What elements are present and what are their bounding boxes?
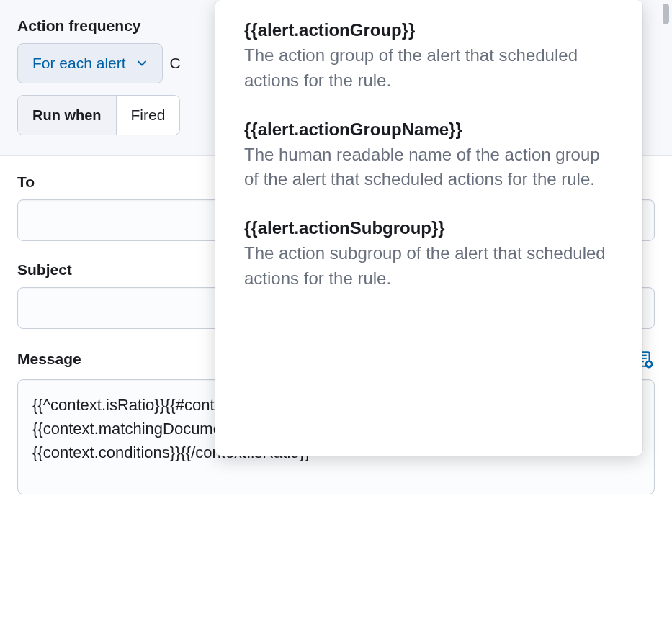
truncated-char: C — [170, 55, 181, 72]
variables-popover: {{alert.actionGroup}} The action group o… — [215, 0, 642, 456]
scrollbar-thumb[interactable] — [663, 4, 669, 24]
chevron-down-icon — [136, 58, 148, 69]
run-when-value: Fired — [117, 96, 180, 135]
variable-item[interactable]: {{alert.actionGroupName}} The human read… — [244, 119, 614, 193]
run-when-select[interactable]: Run when Fired — [17, 95, 180, 135]
variable-item[interactable]: {{alert.actionGroup}} The action group o… — [244, 20, 614, 94]
variable-description: The action group of the alert that sched… — [244, 43, 614, 94]
message-label: Message — [17, 351, 81, 368]
variable-item[interactable]: {{alert.actionSubgroup}} The action subg… — [244, 218, 614, 291]
for-each-alert-select[interactable]: For each alert — [17, 43, 163, 83]
variable-name: {{alert.actionGroupName}} — [244, 119, 614, 140]
variable-description: The human readable name of the action gr… — [244, 143, 614, 193]
for-each-alert-text: For each alert — [32, 55, 126, 72]
variable-name: {{alert.actionSubgroup}} — [244, 218, 614, 238]
variable-description: The action subgroup of the alert that sc… — [244, 241, 614, 291]
run-when-label: Run when — [18, 96, 117, 135]
variable-name: {{alert.actionGroup}} — [244, 20, 614, 40]
